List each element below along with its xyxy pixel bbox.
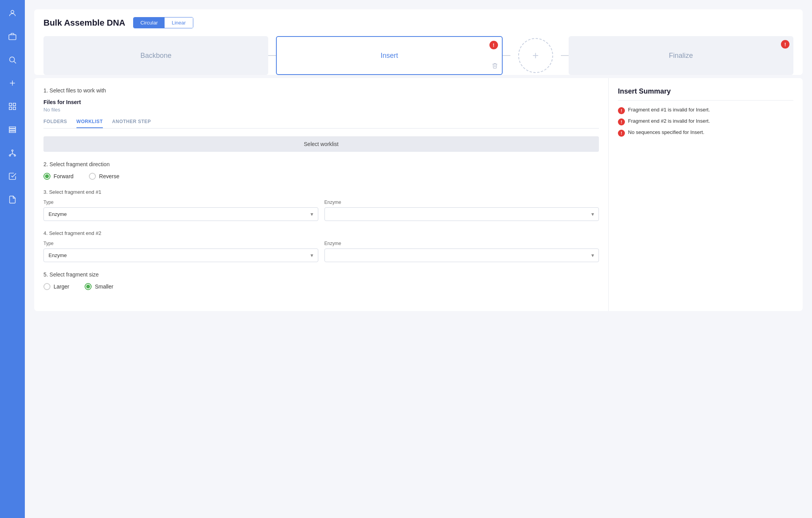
error-text-3: No sequences specified for Insert. [628,129,704,135]
svg-rect-6 [9,103,12,106]
radio-reverse[interactable]: Reverse [89,173,119,180]
top-card: Bulk Assemble DNA Circular Linear Backbo… [34,9,803,75]
enzyme-select-2[interactable] [324,249,599,262]
fragment-end-2-section: 4. Select fragment end #2 Type Enzyme ▼ [43,230,599,262]
step-backbone[interactable]: Backbone [43,36,268,75]
type-select-wrapper-1: Enzyme ▼ [43,207,318,221]
fragment-end-1-enzyme-group: Enzyme ▼ [324,200,599,221]
section-1-label: 1. Select files to work with [43,87,599,94]
radio-reverse-circle [89,173,96,180]
select-worklist-button[interactable]: Select worklist [43,136,599,152]
section-2-label: 2. Select fragment direction [43,161,599,167]
connector-3 [561,55,569,56]
svg-point-14 [9,155,11,156]
svg-point-2 [10,57,15,62]
fragment-end-1-type-group: Type Enzyme ▼ [43,200,318,221]
step-insert-label: Insert [380,52,398,60]
left-panel: 1. Select files to work with Files for I… [34,78,609,311]
tasks-icon[interactable] [5,169,19,183]
svg-line-18 [12,154,15,155]
fragment-end-2-row: Type Enzyme ▼ Enzyme [43,241,599,262]
fragment-end-2-label: 4. Select fragment end #2 [43,230,599,236]
type-select-1[interactable]: Enzyme [43,207,318,221]
svg-point-13 [12,150,13,151]
summary-title: Insert Summary [618,87,793,101]
steps-row: Backbone Insert ! + [43,36,793,75]
error-badge-1: ! [618,107,625,114]
list-icon[interactable] [5,123,19,137]
radio-forward[interactable]: Forward [43,173,73,180]
sidebar [0,0,25,518]
svg-line-3 [14,61,16,63]
fragment-size-group: Larger Smaller [43,283,599,290]
content-area: 1. Select files to work with Files for I… [34,78,803,311]
svg-line-17 [10,154,12,155]
avatar-icon[interactable] [5,6,19,20]
grid-icon[interactable] [5,99,19,113]
step-finalize[interactable]: Finalize ! [569,36,793,75]
right-panel: Insert Summary ! Fragment end #1 is inva… [609,78,803,311]
radio-larger-label: Larger [54,283,69,290]
step-insert-delete-btn[interactable] [492,63,498,70]
hierarchy-icon[interactable] [5,146,19,160]
fragment-end-2-enzyme-group: Enzyme ▼ [324,241,599,262]
step-backbone-label: Backbone [141,52,172,60]
tab-circular[interactable]: Circular [134,17,165,28]
radio-larger-circle [43,283,50,290]
step-insert[interactable]: Insert ! [276,36,502,75]
section-5-label: 5. Select fragment size [43,271,599,278]
svg-rect-10 [9,127,16,129]
add-step-button[interactable]: + [518,38,553,73]
type-label-2: Type [43,241,318,246]
connector-1 [268,55,276,56]
tab-linear[interactable]: Linear [165,17,193,28]
type-select-2[interactable]: Enzyme [43,249,318,262]
fragment-direction-group: Forward Reverse [43,173,599,180]
no-files-text: No files [43,107,599,113]
page-title: Bulk Assemble DNA [43,18,125,28]
error-item-1: ! Fragment end #1 is invalid for Insert. [618,107,793,114]
radio-reverse-label: Reverse [99,173,119,179]
svg-point-15 [14,155,16,156]
fragment-size-section: 5. Select fragment size Larger Smaller [43,271,599,290]
enzyme-label-1: Enzyme [324,200,599,205]
error-text-2: Fragment end #2 is invalid for Insert. [628,118,710,124]
error-badge-2: ! [618,118,625,125]
header-row: Bulk Assemble DNA Circular Linear [43,17,793,28]
subtab-another-step[interactable]: ANOTHER STEP [112,119,151,128]
reports-icon[interactable] [5,193,19,207]
file-subtabs: FOLDERS WORKLIST ANOTHER STEP [43,119,599,129]
briefcase-icon[interactable] [5,30,19,43]
error-badge-3: ! [618,130,625,137]
radio-smaller-circle [85,283,92,290]
svg-rect-7 [13,103,16,106]
radio-smaller[interactable]: Smaller [85,283,113,290]
radio-forward-circle [43,173,50,180]
radio-forward-label: Forward [54,173,73,179]
enzyme-label-2: Enzyme [324,241,599,246]
step-finalize-error-badge: ! [781,40,789,49]
subtab-worklist[interactable]: WORKLIST [76,119,103,128]
svg-rect-1 [9,35,16,40]
search-icon[interactable] [5,53,19,67]
error-item-3: ! No sequences specified for Insert. [618,129,793,137]
enzyme-select-1[interactable] [324,207,599,221]
fragment-end-1-section: 3. Select fragment end #1 Type Enzyme ▼ [43,189,599,221]
step-finalize-label: Finalize [669,52,693,60]
enzyme-select-wrapper-2: ▼ [324,249,599,262]
type-label-1: Type [43,200,318,205]
add-step-icon: + [532,50,538,61]
error-text-1: Fragment end #1 is invalid for Insert. [628,107,710,113]
fragment-end-2-type-group: Type Enzyme ▼ [43,241,318,262]
radio-smaller-label: Smaller [95,283,113,290]
connector-2 [503,55,510,56]
enzyme-select-wrapper-1: ▼ [324,207,599,221]
step-insert-error-badge: ! [489,41,498,49]
plus-icon[interactable] [5,76,19,90]
subtab-folders[interactable]: FOLDERS [43,119,67,128]
page-container: Bulk Assemble DNA Circular Linear Backbo… [25,0,812,518]
radio-larger[interactable]: Larger [43,283,69,290]
fragment-end-1-label: 3. Select fragment end #1 [43,189,599,195]
svg-rect-12 [9,131,16,133]
files-label: Files for Insert [43,99,599,105]
